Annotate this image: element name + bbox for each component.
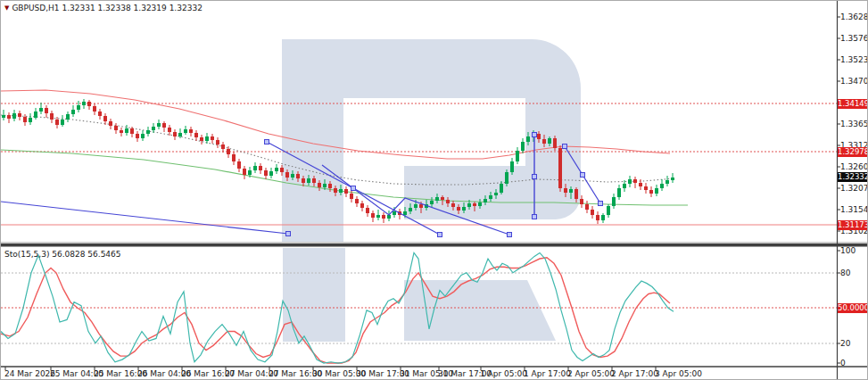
candle-body (157, 123, 161, 127)
candle-body (633, 179, 637, 183)
drawing-handle[interactable] (265, 140, 269, 145)
candle-body (221, 145, 225, 149)
drawing-handle[interactable] (533, 215, 537, 219)
watermark-logo-bowl (343, 39, 581, 219)
candle-body (596, 215, 599, 220)
trading-chart-window: ▼GBPUSD,H1 1.32331 1.32338 1.32319 1.323… (0, 0, 868, 380)
drawing-handle[interactable] (599, 202, 603, 206)
time-axis-label: 2 Apr 17:00 (611, 369, 658, 378)
candle-body (2, 115, 5, 118)
candle-body (360, 203, 364, 208)
price-scale-label: 1.32070 (840, 184, 868, 193)
candle-body (451, 203, 455, 207)
price-tag-1.34149: 1.34149 (838, 99, 868, 109)
candle-body (50, 113, 54, 120)
stoch-scale-label: 80 (840, 268, 850, 277)
candle-body (18, 113, 21, 117)
candle-body (430, 201, 434, 204)
candle-body (61, 120, 64, 125)
candle-body (344, 189, 348, 194)
panel-separator[interactable] (1, 244, 868, 247)
candle-body (494, 193, 498, 195)
drawing-handle[interactable] (533, 133, 537, 137)
candle-body (382, 215, 385, 219)
price-scale-label: 1.34700 (840, 77, 868, 86)
candle-body (71, 110, 75, 114)
price-scale-label: 1.36280 (840, 12, 868, 21)
candle-body (628, 179, 632, 184)
candle-body (307, 178, 310, 183)
candle-body (665, 180, 669, 184)
drawing-handle[interactable] (438, 233, 442, 237)
candle-body (130, 128, 134, 134)
candle-body (93, 106, 96, 112)
candle-body (467, 203, 471, 207)
candle-body (269, 171, 273, 176)
candle-body (558, 148, 562, 188)
candle-body (275, 168, 278, 171)
drawing-handle[interactable] (508, 233, 512, 237)
candle-body (194, 133, 198, 137)
candle-body (564, 188, 567, 193)
candle-body (500, 184, 503, 193)
candle-body (521, 142, 525, 151)
candle-body (189, 129, 193, 133)
price-scale-label: 1.31540 (840, 205, 868, 214)
drawing-handle[interactable] (581, 173, 585, 178)
candle-body (419, 204, 423, 208)
price-scale-label: 1.35760 (840, 34, 868, 43)
candle-body (473, 203, 476, 206)
candle-body (302, 178, 305, 183)
candle-body (296, 174, 300, 178)
candle-body (435, 197, 439, 201)
candle-body (152, 127, 155, 130)
candle-body (591, 210, 594, 215)
stoch-tag-50.0000: 50.0000 (838, 303, 868, 313)
candle-body (607, 206, 610, 215)
candle-body (441, 197, 444, 200)
candle-body (537, 134, 541, 139)
main-panel[interactable] (1, 39, 837, 242)
candle-body (12, 113, 16, 119)
candle-body (253, 166, 257, 170)
candle-body (264, 170, 268, 176)
candle-body (671, 178, 674, 180)
trendline-object-3[interactable] (1, 202, 288, 234)
time-axis-label: 1 Apr 05:00 (480, 369, 527, 378)
candle-body (328, 184, 332, 188)
candle-body (7, 115, 11, 119)
candle-body (211, 136, 214, 140)
candle-body (34, 112, 37, 118)
time-axis-label: 3 Apr 05:00 (655, 369, 702, 378)
price-tag-1.31173: 1.31173 (838, 220, 868, 230)
drawing-handle[interactable] (533, 175, 537, 179)
candle-body (569, 189, 573, 193)
candle-body (553, 138, 557, 148)
time-axis-label: 24 Mar 2026 (4, 369, 55, 378)
drawing-handle[interactable] (351, 186, 356, 191)
candle-body (109, 121, 112, 126)
candle-body (114, 126, 118, 130)
stoch-scale-label: 20 (840, 339, 850, 348)
candle-body (184, 129, 187, 133)
candle-body (639, 183, 642, 186)
stochastic-panel[interactable] (1, 248, 837, 363)
candle-body (516, 151, 519, 161)
candle-body (376, 215, 380, 218)
candle-body (644, 186, 648, 190)
drawing-handle[interactable] (286, 232, 291, 236)
stoch-scale-label: 100 (840, 246, 856, 255)
candle-body (39, 108, 43, 112)
candle-body (505, 172, 508, 184)
chart-canvas[interactable] (1, 1, 868, 380)
candle-body (146, 130, 150, 134)
candle-body (173, 132, 177, 136)
candle-body (484, 199, 487, 202)
candle-body (510, 161, 514, 172)
candle-body (291, 174, 294, 178)
candle-body (323, 184, 327, 187)
drawing-handle[interactable] (563, 145, 567, 149)
candle-body (660, 184, 664, 188)
candle-body (77, 105, 80, 110)
candle-body (446, 200, 450, 203)
